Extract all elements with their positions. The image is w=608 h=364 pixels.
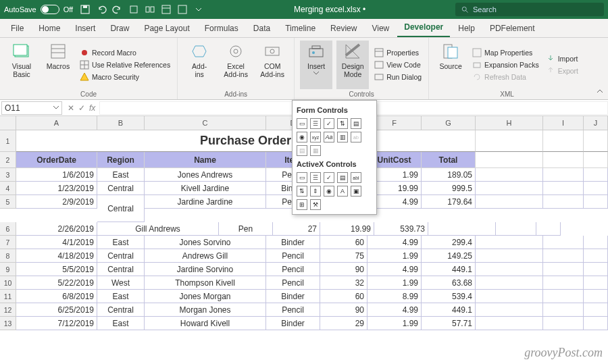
cell[interactable] [428,222,496,236]
data-cell[interactable]: Jones Sorvino [145,236,266,249]
column-header[interactable]: H [476,116,543,130]
cell[interactable] [543,168,584,182]
excel-addins-button[interactable]: Excel Add-ins [220,41,252,89]
cell[interactable] [584,317,608,330]
cell[interactable] [584,303,608,317]
cell[interactable] [584,263,608,276]
data-cell[interactable]: 149.25 [422,249,476,263]
ax-listbox-icon[interactable]: ▤ [337,172,348,183]
data-cell[interactable]: 4.99 [368,263,422,276]
data-cell[interactable]: 299.4 [422,236,476,249]
column-header[interactable]: I [543,116,584,130]
data-cell[interactable]: 449.1 [422,303,476,317]
cell[interactable] [543,182,584,195]
data-cell[interactable]: 57.71 [422,317,476,330]
option-control-icon[interactable]: ◉ [297,132,307,142]
qat-dropdown-icon[interactable] [193,4,204,15]
data-cell[interactable]: Thompson Kivell [145,276,266,290]
data-cell[interactable]: 32 [320,276,368,290]
row-header[interactable]: 2 [0,152,16,168]
scroll-control-icon[interactable]: ▥ [337,132,348,142]
data-cell[interactable]: 189.05 [422,168,476,182]
save-icon[interactable] [80,4,91,15]
data-cell[interactable]: East [97,236,145,249]
cell[interactable] [476,236,543,249]
cell[interactable] [543,303,584,317]
cell[interactable] [584,236,608,249]
tab-help[interactable]: Help [451,20,482,37]
data-cell[interactable]: Central [97,195,145,222]
map-properties-button[interactable]: Map Properties [471,47,540,58]
tab-developer[interactable]: Developer [397,18,450,37]
insert-controls-button[interactable]: Insert [300,41,332,89]
data-cell[interactable]: 90 [320,303,368,317]
data-cell[interactable]: 4.99 [368,236,422,249]
cell[interactable] [543,249,584,263]
edit-control-icon[interactable]: ▦ [310,145,321,156]
row-header[interactable]: 3 [0,168,16,182]
ax-spin-icon[interactable]: ⇕ [310,186,321,197]
data-cell[interactable]: East [97,168,145,182]
qat-icon[interactable] [128,4,139,15]
cell[interactable] [584,276,608,290]
toggle-switch[interactable] [41,5,59,14]
data-cell[interactable]: Binder [266,290,320,303]
cell[interactable] [476,195,543,209]
cancel-icon[interactable]: ✕ [68,103,74,113]
combo2-control-icon[interactable]: ▤ [297,145,307,156]
ax-option-icon[interactable]: ◉ [324,186,334,197]
qat-icon[interactable] [177,4,188,15]
cell[interactable] [476,130,543,152]
ax-combo-icon[interactable]: ☰ [310,172,321,183]
data-cell[interactable]: Morgan Jones [145,303,266,317]
cell[interactable] [496,222,536,236]
row-header[interactable]: 13 [0,317,16,330]
data-cell[interactable]: Jardine Sorvino [145,263,266,276]
collapse-ribbon-icon[interactable] [594,86,605,97]
name-box[interactable]: O11 [1,101,62,115]
cell[interactable] [584,182,608,195]
column-header[interactable]: G [422,116,476,130]
com-addins-button[interactable]: COM Add-ins [256,41,288,89]
data-cell[interactable]: Pencil [266,303,320,317]
tab-draw[interactable]: Draw [103,20,136,37]
data-cell[interactable]: Binder [266,317,320,330]
data-cell[interactable]: 6/25/2019 [16,303,97,317]
data-cell[interactable]: 60 [320,290,368,303]
row-header[interactable]: 9 [0,263,16,276]
data-cell[interactable]: West [97,276,145,290]
data-cell[interactable]: Jardine Jardine [145,195,266,209]
data-cell[interactable]: 63.68 [422,276,476,290]
tab-timeline[interactable]: Timeline [278,20,322,37]
data-cell[interactable]: 7/12/2019 [16,317,97,330]
data-cell[interactable]: 1.99 [368,317,422,330]
column-header[interactable]: C [145,116,266,130]
checkbox-control-icon[interactable]: ✓ [324,118,334,129]
data-cell[interactable]: 4.99 [368,303,422,317]
tab-page-layout[interactable]: Page Layout [137,20,196,37]
data-cell[interactable]: 1.99 [368,276,422,290]
data-cell[interactable]: 19.99 [320,222,374,236]
data-cell[interactable]: 75 [320,249,368,263]
ax-checkbox-icon[interactable]: ✓ [324,172,334,183]
run-dialog-button[interactable]: Run Dialog [373,72,423,82]
data-cell[interactable]: 8.99 [368,290,422,303]
visual-basic-button[interactable]: Visual Basic [5,41,38,89]
import-button[interactable]: Import [544,53,580,64]
qat-icon[interactable] [145,4,155,15]
cell[interactable] [543,130,584,152]
row-header[interactable]: 10 [0,276,16,290]
data-cell[interactable]: 1.99 [368,249,422,263]
redo-icon[interactable] [112,4,123,15]
data-cell[interactable]: 539.4 [422,290,476,303]
fx-icon[interactable]: fx [89,103,95,113]
column-header[interactable]: B [97,116,145,130]
button-control-icon[interactable]: ▭ [297,118,307,129]
data-cell[interactable]: 6/8/2019 [16,290,97,303]
data-cell[interactable]: Central [97,182,145,195]
row-header[interactable]: 12 [0,303,16,317]
data-cell[interactable]: 539.73 [374,222,428,236]
data-cell[interactable]: Jones Morgan [145,290,266,303]
groupbox-control-icon[interactable]: xyz [310,132,321,142]
search-box[interactable]: Search [455,3,604,16]
